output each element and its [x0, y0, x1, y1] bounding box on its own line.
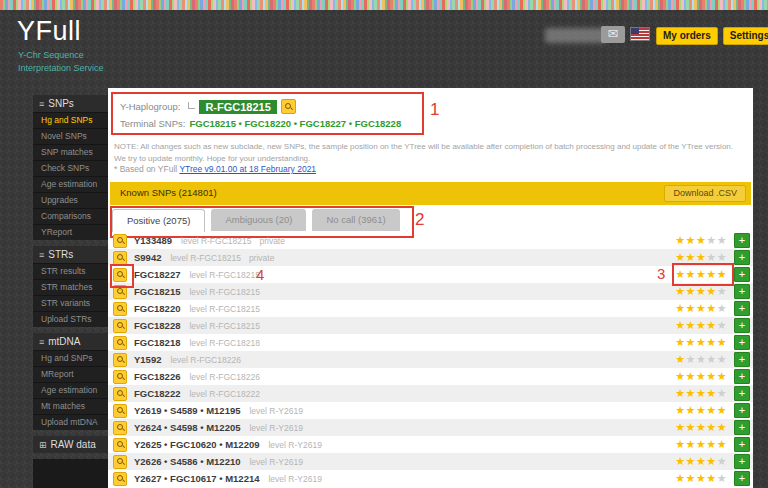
star-icon: ★: [706, 336, 716, 348]
magnifier-icon[interactable]: [113, 336, 127, 350]
sidebar-section-header[interactable]: ⊞RAW data: [33, 436, 109, 453]
add-button[interactable]: +: [734, 420, 750, 435]
snp-name[interactable]: FGC18228: [134, 320, 180, 331]
us-flag-icon[interactable]: [631, 28, 649, 40]
magnifier-icon[interactable]: [113, 387, 127, 401]
sidebar-item-upload-mtdna[interactable]: Upload mtDNA: [33, 414, 109, 430]
star-icon: ★: [717, 472, 727, 484]
magnifier-icon[interactable]: [113, 353, 127, 367]
download-csv-button[interactable]: Download .CSV: [664, 185, 746, 202]
add-button[interactable]: +: [734, 267, 750, 282]
star-icon: ★: [686, 336, 696, 348]
snp-name[interactable]: Y2626 • S4586 • M12210: [134, 456, 240, 467]
sidebar-item-upload-strs[interactable]: Upload STRs: [33, 311, 109, 327]
magnifier-icon[interactable]: [113, 268, 127, 282]
snp-name[interactable]: FGC18215: [134, 286, 180, 297]
haplogroup-badge[interactable]: R-FGC18215: [199, 100, 276, 114]
sidebar-section-header[interactable]: ≡STRs: [33, 246, 109, 263]
sidebar-item-age-estimation[interactable]: Age estimation: [33, 176, 109, 192]
add-button[interactable]: +: [734, 471, 750, 486]
snp-name[interactable]: FGC18226: [134, 371, 180, 382]
sidebar-item-snp-matches[interactable]: SNP matches: [33, 144, 109, 160]
magnifier-icon[interactable]: [113, 302, 127, 316]
sidebar-item-check-snps[interactable]: Check SNPs: [33, 160, 109, 176]
add-button[interactable]: +: [734, 335, 750, 350]
tree-version-line: * Based on YFull YTree v9.01.00 at 18 Fe…: [114, 164, 316, 174]
sidebar-item-upgrades[interactable]: Upgrades: [33, 192, 109, 208]
ytree-version-link[interactable]: YTree v9.01.00 at 18 February 2021: [179, 164, 316, 174]
star-rating: ★★★★★: [675, 387, 727, 400]
sidebar-item-hg-and-snps[interactable]: Hg and SNPs: [33, 112, 109, 128]
snp-name[interactable]: Y2619 • S4589 • M12195: [134, 405, 240, 416]
add-button[interactable]: +: [734, 437, 750, 452]
sidebar-item-str-variants[interactable]: STR variants: [33, 295, 109, 311]
tab-no-call-3961-[interactable]: No call (3961): [312, 209, 399, 231]
star-icon: ★: [696, 234, 706, 246]
sidebar-item-comparisons[interactable]: Comparisons: [33, 208, 109, 224]
haplogroup-search-icon[interactable]: [281, 99, 296, 114]
settings-button[interactable]: Settings: [723, 27, 768, 45]
sidebar-item-mreport[interactable]: MReport: [33, 366, 109, 382]
yfull-logo[interactable]: YFull: [17, 16, 81, 47]
magnifier-icon[interactable]: [113, 421, 127, 435]
add-button[interactable]: +: [734, 233, 750, 248]
add-button[interactable]: +: [734, 352, 750, 367]
tab-positive-2075-[interactable]: Positive (2075): [112, 209, 205, 232]
snp-name[interactable]: S9942: [134, 252, 161, 263]
star-rating: ★★★★★: [675, 319, 727, 332]
private-tag: private: [259, 236, 285, 246]
magnifier-icon[interactable]: [113, 251, 127, 265]
magnifier-icon[interactable]: [113, 455, 127, 469]
tab-ambiguous-20-[interactable]: Ambiguous (20): [211, 209, 306, 231]
magnifier-icon[interactable]: [113, 404, 127, 418]
snp-level: level R-FGC18215: [189, 270, 259, 280]
sidebar-item-str-results[interactable]: STR results: [33, 263, 109, 279]
magnifier-icon[interactable]: [113, 472, 127, 486]
add-button[interactable]: +: [734, 454, 750, 469]
snp-name[interactable]: Y2624 • S4598 • M12205: [134, 422, 240, 433]
sidebar-section-header[interactable]: ≡mtDNA: [33, 333, 109, 350]
snp-name[interactable]: FGC18218: [134, 337, 180, 348]
note-text: NOTE: All changes such as new subclade, …: [114, 141, 750, 164]
sidebar-item-yreport[interactable]: YReport: [33, 224, 109, 240]
magnifier-icon[interactable]: [113, 319, 127, 333]
snp-level: level R-FGC18218: [189, 338, 259, 348]
snp-name[interactable]: FGC18222: [134, 388, 180, 399]
snp-name[interactable]: Y2625 • FGC10620 • M12209: [134, 439, 259, 450]
sidebar-item-hg-and-snps[interactable]: Hg and SNPs: [33, 350, 109, 366]
add-button[interactable]: +: [734, 250, 750, 265]
snp-name[interactable]: Y1592: [134, 354, 161, 365]
sidebar-section-header[interactable]: ≡SNPs: [33, 95, 109, 112]
sidebar-item-age-estimation[interactable]: Age estimation: [33, 382, 109, 398]
add-button[interactable]: +: [734, 284, 750, 299]
haplogroup-label: Y-Haplogroup:: [120, 101, 180, 112]
add-button[interactable]: +: [734, 403, 750, 418]
table-row: Y2619 • S4589 • M12195level R-Y2619★★★★★…: [108, 402, 753, 419]
snp-name[interactable]: Y133489: [134, 235, 172, 246]
snp-name[interactable]: FGC18227: [134, 269, 180, 280]
snp-name[interactable]: Y2627 • FGC10617 • M12214: [134, 473, 259, 484]
add-button[interactable]: +: [734, 301, 750, 316]
my-orders-button[interactable]: My orders: [656, 27, 718, 45]
magnifier-icon[interactable]: [113, 285, 127, 299]
haplogroup-panel: Y-Haplogroup: R-FGC18215 Terminal SNPs: …: [111, 92, 424, 135]
star-icon: ★: [706, 438, 716, 450]
terminal-snps-value[interactable]: FGC18215 • FGC18220 • FGC18227 • FGC1822…: [189, 118, 401, 129]
star-icon: ★: [717, 251, 727, 263]
magnifier-icon[interactable]: [113, 234, 127, 248]
snp-level: level R-Y2619: [249, 423, 302, 433]
add-button[interactable]: +: [734, 318, 750, 333]
add-button[interactable]: +: [734, 386, 750, 401]
star-rating: ★★★★★: [675, 438, 727, 451]
mail-icon[interactable]: ✉: [601, 26, 625, 43]
sidebar-item-str-matches[interactable]: STR matches: [33, 279, 109, 295]
add-button[interactable]: +: [734, 369, 750, 384]
expand-icon: ⊞: [39, 440, 47, 450]
snp-level: level R-FGC18226: [170, 355, 240, 365]
snp-name[interactable]: FGC18220: [134, 303, 180, 314]
magnifier-icon[interactable]: [113, 370, 127, 384]
sidebar-item-novel-snps[interactable]: Novel SNPs: [33, 128, 109, 144]
table-row: Y133489level R-FGC18215private★★★★★+: [108, 232, 753, 249]
sidebar-item-mt-matches[interactable]: Mt matches: [33, 398, 109, 414]
magnifier-icon[interactable]: [113, 438, 127, 452]
